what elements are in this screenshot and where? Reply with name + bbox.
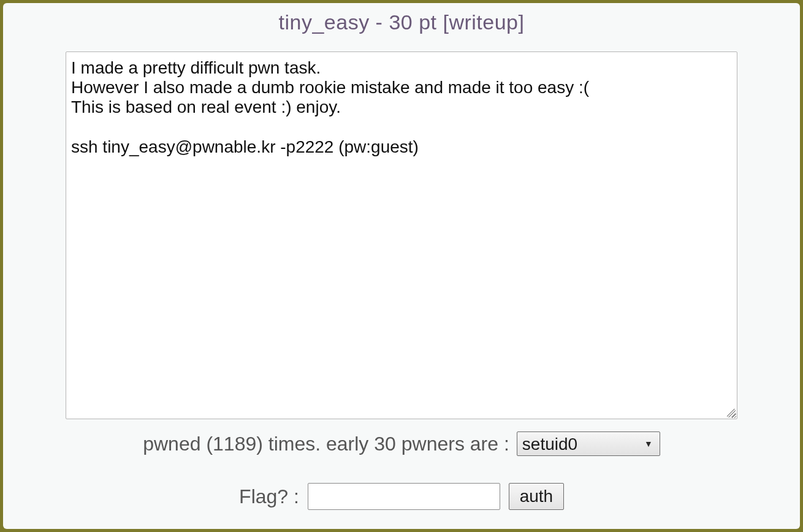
flag-input[interactable] — [308, 483, 500, 510]
flag-submit-row: Flag? : auth — [9, 483, 794, 510]
pwn-stats-text: pwned (1189) times. early 30 pwners are … — [143, 433, 509, 455]
pwn-stats-row: pwned (1189) times. early 30 pwners are … — [9, 431, 794, 456]
challenge-description[interactable]: I made a pretty difficult pwn task. Howe… — [66, 51, 737, 419]
challenge-window: tiny_easy - 30 pt [writeup] I made a pre… — [3, 3, 800, 529]
pwner-select[interactable]: setuid0 — [517, 431, 660, 456]
pwner-select-wrap: setuid0 — [517, 431, 660, 456]
flag-label: Flag? : — [239, 485, 299, 508]
auth-button[interactable]: auth — [509, 483, 564, 510]
challenge-title: tiny_easy - 30 pt [writeup] — [9, 10, 794, 34]
